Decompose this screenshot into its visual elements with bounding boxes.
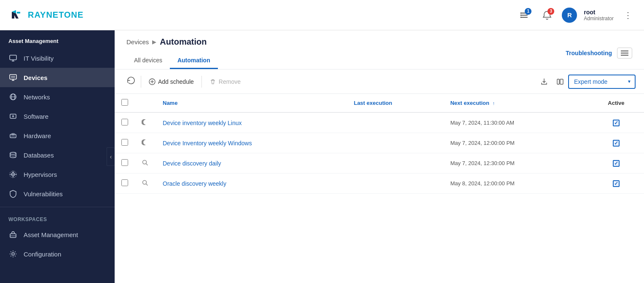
- user-role: Administrator: [584, 16, 614, 21]
- add-schedule-btn[interactable]: Add schedule: [143, 75, 200, 88]
- row-4-name[interactable]: Oracle discovery weekly: [163, 180, 226, 187]
- notification-btn[interactable]: 3: [539, 7, 555, 23]
- expert-mode-wrapper[interactable]: Expert mode Simple mode: [568, 75, 636, 89]
- sidebar-item-asset-management-ws[interactable]: Asset Management: [0, 225, 115, 244]
- sidebar-item-hardware[interactable]: Hardware: [0, 126, 115, 145]
- remove-btn[interactable]: Remove: [204, 75, 247, 88]
- row-3-active-check[interactable]: ✓: [613, 160, 620, 167]
- row-3-name-cell: Device discovery daily: [156, 153, 347, 174]
- sidebar-item-software[interactable]: Software: [0, 107, 115, 126]
- row-4-checkbox-cell: [115, 174, 135, 194]
- row-4-next-execution: May 8, 2024, 12:00:00 PM: [443, 174, 588, 194]
- expert-mode-select[interactable]: Expert mode Simple mode: [568, 75, 636, 89]
- row-2-active-check[interactable]: ✓: [613, 140, 620, 147]
- svg-point-7: [521, 16, 522, 18]
- main-content: Devices ▶ Automation All devices Automat…: [115, 30, 644, 283]
- row-1-name[interactable]: Device inventory weekly Linux: [163, 120, 242, 126]
- sidebar-collapse-btn[interactable]: ‹: [107, 147, 115, 166]
- row-4-active-check[interactable]: ✓: [613, 180, 620, 187]
- sidebar-hypervisors-label: Hypervisors: [24, 171, 57, 178]
- svg-point-27: [12, 253, 14, 255]
- select-all-checkbox[interactable]: [121, 99, 128, 106]
- next-execution-col-header[interactable]: Next execution ↑: [443, 94, 588, 112]
- row-2-icon-cell: [135, 133, 156, 153]
- row-3-checkbox-cell: [115, 153, 135, 174]
- sidebar-item-configuration[interactable]: Configuration: [0, 244, 115, 264]
- troubleshooting-btn[interactable]: Troubleshooting: [566, 50, 612, 56]
- icon-col-header: [135, 94, 156, 112]
- trash-icon: [209, 78, 216, 85]
- svg-point-6: [521, 14, 522, 16]
- monitor-icon: [8, 73, 18, 82]
- top-header: RAYNETONE 1 3 R root Administrator: [0, 0, 644, 30]
- network-icon: [8, 92, 18, 101]
- refresh-btn[interactable]: [123, 74, 139, 89]
- sidebar-software-label: Software: [24, 113, 48, 120]
- row-1-active-check[interactable]: ✓: [613, 120, 620, 126]
- list-icon-btn[interactable]: 1: [516, 7, 532, 23]
- row-4-checkmark: ✓: [614, 181, 618, 187]
- sidebar-item-it-visibility[interactable]: IT Visibility: [0, 48, 115, 68]
- breadcrumb-parent[interactable]: Devices: [126, 38, 149, 45]
- row-2-name[interactable]: Device Inventory weekly Windows: [163, 140, 252, 147]
- table-row: Device inventory weekly Linux May 7, 202…: [115, 112, 644, 133]
- breadcrumb-separator: ▶: [152, 39, 156, 45]
- refresh-icon: [127, 77, 135, 84]
- columns-btn[interactable]: [552, 75, 568, 88]
- table-header-row: Name Last execution Next execution ↑ Act…: [115, 94, 644, 112]
- logo-icon: [8, 8, 24, 23]
- row-2-checkbox[interactable]: [121, 139, 128, 146]
- header-right: 1 3 R root Administrator ⋮: [516, 7, 636, 23]
- row-3-last-execution: [347, 153, 443, 174]
- svg-point-21: [14, 136, 15, 136]
- more-options-btn[interactable]: ⋮: [620, 8, 636, 22]
- row-4-checkbox[interactable]: [121, 179, 128, 186]
- hamburger-menu-btn[interactable]: [617, 48, 632, 59]
- row-4-icon-cell: [135, 174, 156, 194]
- row-3-next-execution: May 7, 2024, 12:30:00 PM: [443, 153, 588, 174]
- hardware-icon: [8, 131, 18, 140]
- sidebar-devices-label: Devices: [24, 74, 48, 81]
- svg-rect-32: [560, 79, 563, 84]
- page-tabs: All devices Automation: [126, 53, 218, 69]
- breadcrumb: Devices ▶ Automation: [126, 37, 218, 47]
- svg-point-5: [521, 12, 522, 13]
- svg-point-16: [13, 116, 13, 117]
- add-schedule-icon: [149, 78, 156, 85]
- sidebar-databases-label: Databases: [24, 152, 54, 159]
- sort-arrow-icon: ↑: [493, 101, 495, 106]
- row-1-last-execution: [347, 112, 443, 133]
- svg-rect-3: [521, 15, 528, 16]
- display-icon: [8, 53, 18, 63]
- row-1-name-cell: Device inventory weekly Linux: [156, 112, 347, 133]
- columns-icon: [556, 78, 564, 85]
- sidebar-item-vulnerabilities[interactable]: Vulnerabilities: [0, 184, 115, 203]
- tab-all-devices[interactable]: All devices: [126, 53, 170, 69]
- layout: Asset Management IT Visibility Devices N…: [0, 30, 644, 283]
- database-icon: [8, 150, 18, 160]
- sidebar-item-databases[interactable]: Databases: [0, 145, 115, 165]
- page-header-left: Devices ▶ Automation All devices Automat…: [126, 37, 218, 69]
- svg-point-20: [13, 136, 13, 136]
- sidebar-vulnerabilities-label: Vulnerabilities: [24, 190, 63, 198]
- last-execution-col-header[interactable]: Last execution: [347, 94, 443, 112]
- automation-table: Name Last execution Next execution ↑ Act…: [115, 94, 644, 194]
- tab-automation[interactable]: Automation: [170, 53, 218, 69]
- sidebar-asset-management-ws-label: Asset Management: [24, 231, 78, 238]
- sidebar-divider: [0, 207, 115, 207]
- export-btn[interactable]: [536, 75, 552, 88]
- sidebar-item-hypervisors[interactable]: Hypervisors: [0, 165, 115, 184]
- workspaces-title: Workspaces: [0, 211, 115, 225]
- row-3-icon-cell: [135, 153, 156, 174]
- sidebar-item-devices[interactable]: Devices: [0, 68, 115, 87]
- sidebar-item-networks[interactable]: Networks: [0, 87, 115, 107]
- row-3-name[interactable]: Device discovery daily: [163, 160, 221, 167]
- row-3-checkbox[interactable]: [121, 159, 128, 166]
- name-col-header[interactable]: Name: [156, 94, 347, 112]
- toolbar: Add schedule Remove Expert mode Simple m…: [115, 69, 644, 94]
- svg-line-36: [146, 184, 148, 186]
- header-actions: Troubleshooting: [566, 48, 632, 59]
- row-1-checkbox[interactable]: [121, 119, 128, 125]
- table-row: Device discovery daily May 7, 2024, 12:3…: [115, 153, 644, 174]
- row-3-active-cell: ✓: [588, 153, 644, 174]
